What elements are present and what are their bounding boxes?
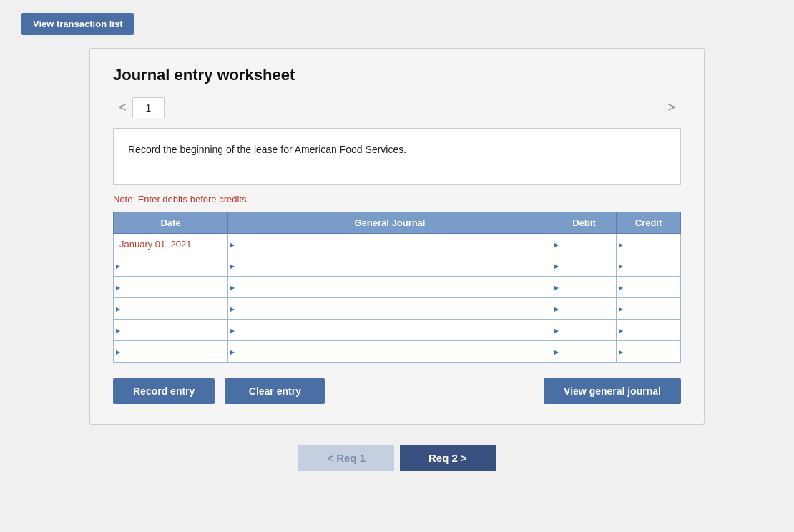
credit-input-0[interactable] bbox=[617, 234, 680, 255]
credit-cell-4[interactable] bbox=[617, 320, 681, 341]
debit-cell-0[interactable] bbox=[552, 234, 617, 255]
date-cell-4[interactable] bbox=[114, 320, 228, 341]
journal-cell-0[interactable] bbox=[228, 234, 552, 255]
instruction-box: Record the beginning of the lease for Am… bbox=[113, 128, 681, 185]
debit-input-2[interactable] bbox=[552, 277, 616, 297]
table-row: January 01, 2021 bbox=[114, 234, 681, 255]
table-row bbox=[114, 277, 681, 298]
journal-input-5[interactable] bbox=[228, 341, 552, 362]
journal-input-1[interactable] bbox=[228, 255, 552, 276]
credit-input-2[interactable] bbox=[617, 277, 680, 297]
credit-cell-2[interactable] bbox=[617, 277, 681, 298]
journal-input-3[interactable] bbox=[228, 298, 552, 319]
credit-cell-0[interactable] bbox=[617, 234, 681, 255]
credit-cell-1[interactable] bbox=[617, 255, 681, 277]
debit-input-5[interactable] bbox=[552, 341, 616, 362]
debit-cell-1[interactable] bbox=[552, 255, 617, 277]
date-cell-0: January 01, 2021 bbox=[114, 234, 228, 255]
bottom-nav: < Req 1 Req 2 > bbox=[21, 445, 773, 471]
debit-input-1[interactable] bbox=[552, 255, 616, 276]
record-entry-button[interactable]: Record entry bbox=[113, 378, 215, 404]
col-header-date: Date bbox=[114, 212, 228, 234]
table-row bbox=[114, 298, 681, 320]
instruction-text-highlight: the beginning of the lease for American … bbox=[163, 144, 406, 155]
date-input-1[interactable] bbox=[114, 255, 227, 276]
tab-prev-arrow[interactable]: < bbox=[113, 97, 132, 118]
date-cell-1[interactable] bbox=[114, 255, 228, 277]
journal-cell-2[interactable] bbox=[228, 277, 552, 298]
journal-cell-5[interactable] bbox=[228, 341, 552, 363]
debit-cell-4[interactable] bbox=[552, 320, 617, 341]
col-header-credit: Credit bbox=[617, 212, 681, 234]
debit-input-0[interactable] bbox=[552, 234, 616, 255]
col-header-debit: Debit bbox=[552, 212, 617, 234]
journal-input-0[interactable] bbox=[228, 234, 552, 255]
credit-input-3[interactable] bbox=[617, 298, 680, 319]
credit-input-4[interactable] bbox=[617, 320, 680, 340]
date-cell-3[interactable] bbox=[114, 298, 228, 320]
date-input-2[interactable] bbox=[114, 277, 227, 297]
journal-cell-1[interactable] bbox=[228, 255, 552, 277]
tab-item-1[interactable]: 1 bbox=[132, 97, 165, 118]
date-input-3[interactable] bbox=[114, 298, 227, 319]
clear-entry-button[interactable]: Clear entry bbox=[225, 378, 325, 404]
req2-button[interactable]: Req 2 > bbox=[400, 445, 496, 471]
journal-input-2[interactable] bbox=[228, 277, 552, 297]
credit-cell-3[interactable] bbox=[617, 298, 681, 320]
date-input-4[interactable] bbox=[114, 320, 227, 340]
date-input-5[interactable] bbox=[114, 341, 227, 362]
journal-table: Date General Journal Debit Credit Januar… bbox=[113, 212, 681, 363]
table-row bbox=[114, 341, 681, 363]
credit-cell-5[interactable] bbox=[617, 341, 681, 363]
worksheet-title: Journal entry worksheet bbox=[113, 66, 681, 84]
journal-cell-4[interactable] bbox=[228, 320, 552, 341]
debit-cell-3[interactable] bbox=[552, 298, 617, 320]
table-row bbox=[114, 320, 681, 341]
debit-input-3[interactable] bbox=[552, 298, 616, 319]
button-row: Record entry Clear entry View general jo… bbox=[113, 378, 681, 404]
credit-input-5[interactable] bbox=[617, 341, 680, 362]
date-cell-5[interactable] bbox=[114, 341, 228, 363]
req1-button[interactable]: < Req 1 bbox=[298, 445, 394, 471]
note-text: Note: Enter debits before credits. bbox=[113, 194, 681, 205]
credit-input-1[interactable] bbox=[617, 255, 680, 276]
table-row bbox=[114, 255, 681, 277]
page-wrapper: View transaction list Journal entry work… bbox=[0, 0, 794, 493]
tab-next-arrow[interactable]: > bbox=[662, 97, 681, 118]
journal-cell-3[interactable] bbox=[228, 298, 552, 320]
tab-nav: < 1 > bbox=[113, 97, 681, 118]
debit-cell-5[interactable] bbox=[552, 341, 617, 363]
journal-input-4[interactable] bbox=[228, 320, 552, 340]
debit-cell-2[interactable] bbox=[552, 277, 617, 298]
view-general-journal-button[interactable]: View general journal bbox=[544, 378, 681, 404]
instruction-text-prefix: Record bbox=[128, 144, 163, 155]
debit-input-4[interactable] bbox=[552, 320, 616, 340]
col-header-journal: General Journal bbox=[228, 212, 552, 234]
date-cell-2[interactable] bbox=[114, 277, 228, 298]
view-transaction-button[interactable]: View transaction list bbox=[21, 13, 134, 35]
worksheet-card: Journal entry worksheet < 1 > Record the… bbox=[89, 48, 705, 425]
